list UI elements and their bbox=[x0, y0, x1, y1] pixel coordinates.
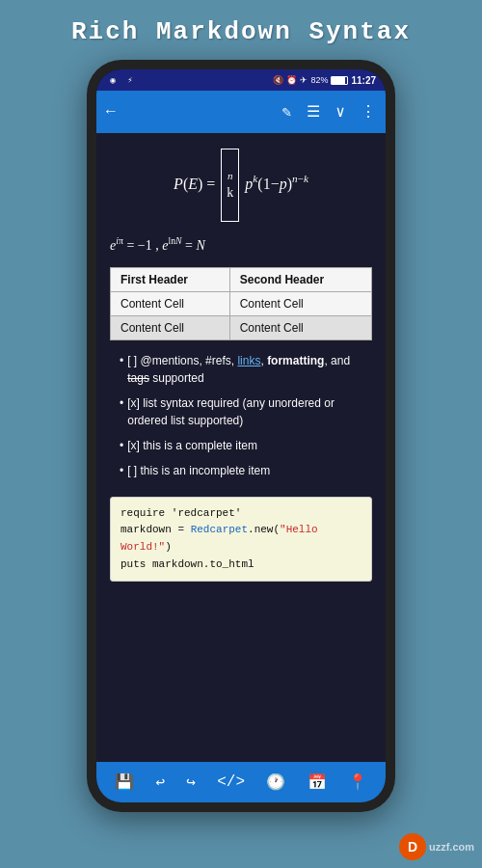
table-cell: Content Cell bbox=[229, 315, 371, 339]
table-row: Content Cell Content Cell bbox=[111, 291, 372, 315]
airplane-icon: ✈ bbox=[300, 75, 308, 85]
silent-icon: 🔇 bbox=[273, 75, 283, 85]
code-tool-button[interactable]: </> bbox=[217, 773, 245, 791]
phone-frame: ◉ ⚡ 🔇 ⏰ ✈ 82% 11:27 ← ✎ ☰ ∨ ⋮ bbox=[87, 60, 395, 812]
back-button[interactable]: ← bbox=[106, 103, 116, 121]
code-line-1: require 'redcarpet' bbox=[120, 505, 362, 523]
math-formula-1: P(E) = nk pk(1−p)n−k bbox=[110, 145, 372, 226]
undo-tool-button[interactable]: ↩ bbox=[155, 773, 165, 792]
clock-tool-button[interactable]: 🕐 bbox=[266, 773, 285, 792]
math-formula-2: eiπ = −1 , elnN = N bbox=[110, 233, 372, 256]
flash-icon: ⚡ bbox=[123, 73, 137, 87]
calendar-tool-button[interactable]: 📅 bbox=[308, 773, 327, 792]
app-title: Rich Markdown Syntax bbox=[71, 17, 411, 46]
list-item-4: [ ] this is an incomplete item bbox=[120, 462, 372, 479]
content-area: P(E) = nk pk(1−p)n−k eiπ = −1 , elnN = N… bbox=[96, 133, 386, 762]
watermark: D uzzf.com bbox=[399, 833, 474, 860]
status-right-icons: 🔇 ⏰ ✈ 82% 11:27 bbox=[273, 75, 376, 86]
list-item-1: [ ] @mentions, #refs, links, formatting,… bbox=[120, 352, 372, 387]
code-line-2: markdown = Redcarpet.new("Hello World!") bbox=[120, 522, 362, 556]
watermark-text: uzzf.com bbox=[429, 841, 474, 853]
chevron-down-button[interactable]: ∨ bbox=[335, 102, 345, 122]
list-item-3: [x] this is a complete item bbox=[120, 437, 372, 454]
table-header-1: First Header bbox=[111, 267, 230, 291]
table-cell: Content Cell bbox=[111, 315, 230, 339]
wifi-icon: ◉ bbox=[106, 73, 120, 87]
markdown-table: First Header Second Header Content Cell … bbox=[110, 267, 372, 340]
location-tool-button[interactable]: 📍 bbox=[348, 773, 367, 792]
alarm-icon: ⏰ bbox=[286, 75, 297, 85]
status-bar: ◉ ⚡ 🔇 ⏰ ✈ 82% 11:27 bbox=[96, 69, 386, 91]
markdown-list: [ ] @mentions, #refs, links, formatting,… bbox=[110, 352, 372, 487]
code-block: require 'redcarpet' markdown = Redcarpet… bbox=[110, 497, 372, 582]
table-cell: Content Cell bbox=[229, 291, 371, 315]
table-cell: Content Cell bbox=[111, 291, 230, 315]
battery-percent: 82% bbox=[310, 75, 328, 85]
list-item-2: [x] list syntax required (any unordered … bbox=[120, 394, 372, 429]
more-button[interactable]: ⋮ bbox=[361, 102, 376, 122]
action-bar: ← ✎ ☰ ∨ ⋮ bbox=[96, 91, 386, 133]
redo-tool-button[interactable]: ↪ bbox=[186, 773, 196, 792]
save-tool-button[interactable]: 💾 bbox=[115, 773, 134, 792]
battery-icon bbox=[331, 76, 348, 85]
status-left-icons: ◉ ⚡ bbox=[106, 73, 137, 87]
edit-button[interactable]: ✎ bbox=[282, 102, 292, 122]
watermark-logo: D bbox=[399, 833, 426, 860]
table-row: Content Cell Content Cell bbox=[111, 315, 372, 339]
status-time: 11:27 bbox=[351, 75, 376, 86]
filter-button[interactable]: ☰ bbox=[307, 102, 320, 122]
bottom-toolbar: 💾 ↩ ↪ </> 🕐 📅 📍 bbox=[96, 762, 386, 802]
code-line-3: puts markdown.to_html bbox=[120, 556, 362, 574]
phone-screen: ◉ ⚡ 🔇 ⏰ ✈ 82% 11:27 ← ✎ ☰ ∨ ⋮ bbox=[96, 69, 386, 802]
table-header-2: Second Header bbox=[229, 267, 371, 291]
